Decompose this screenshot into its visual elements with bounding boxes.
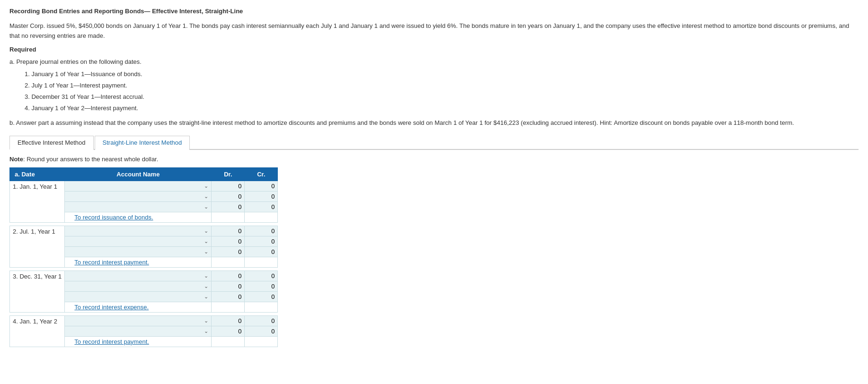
account-cell-1-2[interactable]: ⌄ <box>65 246 212 257</box>
spacer-1 <box>10 267 278 271</box>
dr-cell-2-2[interactable] <box>212 291 245 302</box>
cr-cell-3-1[interactable] <box>245 326 278 336</box>
memo-link-2[interactable]: To record interest expense. <box>74 304 149 311</box>
dropdown-arrow-2-0[interactable]: ⌄ <box>204 273 208 279</box>
dropdown-arrow-1-0[interactable]: ⌄ <box>204 228 208 234</box>
memo-cr-empty-2 <box>245 302 278 312</box>
cr-input-0-0[interactable] <box>248 183 275 190</box>
tab-effective-interest[interactable]: Effective Interest Method <box>9 136 94 150</box>
cr-cell-2-2[interactable] <box>245 291 278 302</box>
part-b-text: b. Answer part a assuming instead that t… <box>9 118 852 128</box>
cr-cell-0-2[interactable] <box>245 201 278 212</box>
cr-input-0-1[interactable] <box>248 193 275 200</box>
dr-input-2-2[interactable] <box>214 293 241 300</box>
date-cell-2: 3. Dec. 31, Year 1 <box>10 271 65 312</box>
memo-dr-empty-1 <box>212 257 245 267</box>
dr-input-2-0[interactable] <box>214 272 241 279</box>
dr-cell-0-1[interactable] <box>212 191 245 201</box>
dropdown-arrow-2-1[interactable]: ⌄ <box>204 283 208 289</box>
memo-cell-3: To record interest payment. <box>65 336 212 347</box>
cr-cell-0-1[interactable] <box>245 191 278 201</box>
dr-cell-0-2[interactable] <box>212 201 245 212</box>
dr-input-1-2[interactable] <box>214 248 241 255</box>
dr-input-0-0[interactable] <box>214 183 241 190</box>
dropdown-arrow-0-2[interactable]: ⌄ <box>204 204 208 210</box>
dropdown-arrow-3-0[interactable]: ⌄ <box>204 318 208 324</box>
dr-input-0-1[interactable] <box>214 193 241 200</box>
memo-cr-empty-0 <box>245 212 278 222</box>
dr-input-3-0[interactable] <box>214 317 241 324</box>
memo-cell-2: To record interest expense. <box>65 302 212 312</box>
account-cell-3-1[interactable]: ⌄ <box>65 326 212 336</box>
account-cell-2-0[interactable]: ⌄ <box>65 271 212 281</box>
cr-cell-2-1[interactable] <box>245 281 278 291</box>
cr-input-1-2[interactable] <box>248 248 275 255</box>
cr-cell-1-0[interactable] <box>245 226 278 236</box>
dr-input-2-1[interactable] <box>214 283 241 290</box>
cr-input-1-1[interactable] <box>248 238 275 245</box>
memo-link-1[interactable]: To record interest payment. <box>74 259 149 266</box>
cr-input-0-2[interactable] <box>248 203 275 210</box>
account-cell-1-0[interactable]: ⌄ <box>65 226 212 236</box>
dropdown-arrow-1-2[interactable]: ⌄ <box>204 249 208 255</box>
note-label: Note <box>9 156 23 163</box>
account-cell-0-2[interactable]: ⌄ <box>65 201 212 212</box>
dropdown-arrow-1-1[interactable]: ⌄ <box>204 238 208 244</box>
account-cell-0-0[interactable]: ⌄ <box>65 181 212 191</box>
instruction-item-3: 3. December 31 of Year 1—Interest accrua… <box>25 92 859 102</box>
instruction-item-4: 4. January 1 of Year 2—Interest payment. <box>25 103 859 113</box>
account-cell-1-1[interactable]: ⌄ <box>65 236 212 246</box>
memo-dr-empty-0 <box>212 212 245 222</box>
cr-input-2-2[interactable] <box>248 293 275 300</box>
cr-cell-2-0[interactable] <box>245 271 278 281</box>
cr-cell-1-2[interactable] <box>245 246 278 257</box>
account-cell-3-0[interactable]: ⌄ <box>65 315 212 326</box>
dropdown-arrow-0-1[interactable]: ⌄ <box>204 193 208 200</box>
cr-input-3-0[interactable] <box>248 317 275 324</box>
memo-cell-1: To record interest payment. <box>65 257 212 267</box>
tab-straight-line[interactable]: Straight-Line Interest Method <box>95 136 190 150</box>
note-text: Note: Round your answers to the nearest … <box>9 156 859 163</box>
instructions: a. Prepare journal entries on the follow… <box>9 57 859 113</box>
dr-cell-3-1[interactable] <box>212 326 245 336</box>
journal-table: a. Date Account Name Dr. Cr. 1. Jan. 1, … <box>9 167 278 347</box>
cr-input-3-1[interactable] <box>248 328 275 335</box>
instruction-item-1: 1. January 1 of Year 1—Issuance of bonds… <box>25 69 859 79</box>
dr-cell-3-0[interactable] <box>212 315 245 326</box>
account-cell-2-2[interactable]: ⌄ <box>65 291 212 302</box>
dr-input-1-0[interactable] <box>214 227 241 235</box>
dropdown-arrow-2-2[interactable]: ⌄ <box>204 294 208 300</box>
cr-cell-0-0[interactable] <box>245 181 278 191</box>
dropdown-arrow-0-0[interactable]: ⌄ <box>204 183 208 189</box>
dr-cell-1-2[interactable] <box>212 246 245 257</box>
dr-input-1-1[interactable] <box>214 238 241 245</box>
dr-input-0-2[interactable] <box>214 203 241 210</box>
memo-cr-empty-1 <box>245 257 278 267</box>
spacer-0 <box>10 222 278 226</box>
dr-cell-2-0[interactable] <box>212 271 245 281</box>
memo-dr-empty-3 <box>212 336 245 347</box>
problem-text: Master Corp. issued 5%, $450,000 bonds o… <box>9 21 852 41</box>
memo-link-3[interactable]: To record interest payment. <box>74 338 149 345</box>
dr-cell-0-0[interactable] <box>212 181 245 191</box>
account-cell-2-1[interactable]: ⌄ <box>65 281 212 291</box>
memo-cr-empty-3 <box>245 336 278 347</box>
note-body: Round your answers to the nearest whole … <box>27 156 158 163</box>
cr-input-2-1[interactable] <box>248 283 275 290</box>
part-a-label: a. Prepare journal entries on the follow… <box>9 57 859 67</box>
cr-input-1-0[interactable] <box>248 227 275 235</box>
memo-dr-empty-2 <box>212 302 245 312</box>
header-account: Account Name <box>65 167 212 181</box>
dr-cell-1-0[interactable] <box>212 226 245 236</box>
dr-input-3-1[interactable] <box>214 328 241 335</box>
dropdown-arrow-3-1[interactable]: ⌄ <box>204 328 208 334</box>
cr-input-2-0[interactable] <box>248 272 275 279</box>
account-cell-0-1[interactable]: ⌄ <box>65 191 212 201</box>
cr-cell-3-0[interactable] <box>245 315 278 326</box>
dr-cell-1-1[interactable] <box>212 236 245 246</box>
memo-link-0[interactable]: To record issuance of bonds. <box>74 214 153 221</box>
cr-cell-1-1[interactable] <box>245 236 278 246</box>
header-date: a. Date <box>10 167 65 181</box>
dr-cell-2-1[interactable] <box>212 281 245 291</box>
memo-cell-0: To record issuance of bonds. <box>65 212 212 222</box>
